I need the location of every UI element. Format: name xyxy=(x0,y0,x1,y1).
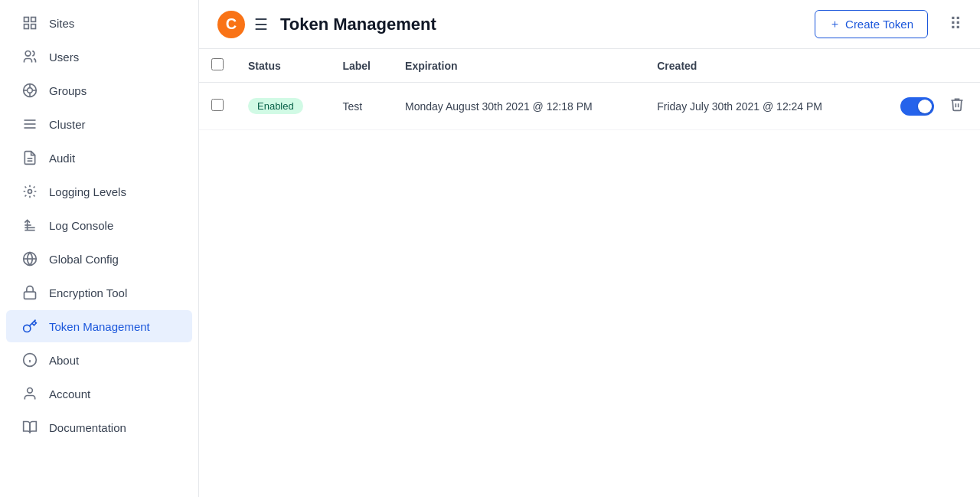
page-title: Token Management xyxy=(280,15,805,34)
sidebar-item-label: Encryption Tool xyxy=(49,286,127,299)
logging-levels-icon xyxy=(21,183,38,200)
header-expiration: Expiration xyxy=(393,49,645,83)
token-toggle[interactable] xyxy=(900,97,934,116)
svg-point-16 xyxy=(28,190,32,194)
svg-rect-0 xyxy=(24,18,29,22)
sidebar-item-label: Log Console xyxy=(49,219,113,232)
sidebar-item-label: Groups xyxy=(49,84,87,97)
created-cell: Friday July 30th 2021 @ 12:24 PM xyxy=(645,83,871,130)
table-container: Status Label Expiration Created Enabled … xyxy=(199,49,980,497)
svg-point-6 xyxy=(28,88,33,93)
app-logo: C xyxy=(217,11,245,38)
create-token-button[interactable]: ＋ Create Token xyxy=(815,10,928,38)
label-cell: Test xyxy=(330,83,393,130)
sidebar-item-cluster[interactable]: Cluster xyxy=(6,108,192,140)
plus-icon: ＋ xyxy=(829,17,841,31)
token-management-icon xyxy=(21,318,38,335)
sidebar-item-label: Sites xyxy=(49,17,74,30)
about-icon xyxy=(21,351,38,368)
table-header-row: Status Label Expiration Created xyxy=(199,49,980,83)
sidebar-item-log-console[interactable]: Log Console xyxy=(6,209,192,241)
topbar: C ☰ Token Management ＋ Create Token ⠿ xyxy=(199,0,980,49)
log-console-icon xyxy=(21,217,38,234)
row-checkbox-cell xyxy=(199,83,236,130)
header-label: Label xyxy=(330,49,393,83)
sidebar-item-label: Account xyxy=(49,387,90,401)
sidebar-item-users[interactable]: Users xyxy=(6,41,192,73)
svg-point-4 xyxy=(25,51,31,57)
header-actions xyxy=(871,49,980,83)
actions-cell xyxy=(871,83,980,130)
status-cell: Enabled xyxy=(236,83,330,130)
main-content: C ☰ Token Management ＋ Create Token ⠿ St… xyxy=(199,0,980,497)
header-status: Status xyxy=(236,49,330,83)
sidebar-item-label: Documentation xyxy=(49,421,126,434)
users-icon xyxy=(21,48,38,65)
select-all-checkbox[interactable] xyxy=(211,58,224,70)
sidebar-item-account[interactable]: Account xyxy=(6,378,192,410)
sidebar: Sites Users Groups Cluster Audit Logging… xyxy=(0,0,199,497)
sidebar-item-groups[interactable]: Groups xyxy=(6,74,192,106)
tokens-table: Status Label Expiration Created Enabled … xyxy=(199,49,980,130)
audit-icon xyxy=(21,149,38,166)
create-token-label: Create Token xyxy=(845,18,913,31)
sidebar-item-label: Global Config xyxy=(49,253,119,266)
sidebar-item-encryption-tool[interactable]: Encryption Tool xyxy=(6,276,192,309)
svg-rect-23 xyxy=(24,292,36,299)
svg-point-24 xyxy=(24,325,31,332)
svg-point-28 xyxy=(28,388,33,394)
sidebar-item-label: About xyxy=(49,354,79,367)
svg-rect-1 xyxy=(31,18,36,22)
svg-rect-2 xyxy=(24,25,29,29)
sidebar-item-label: Cluster xyxy=(49,118,86,131)
table-row: Enabled Test Monday August 30th 2021 @ 1… xyxy=(199,83,980,130)
sidebar-item-global-config[interactable]: Global Config xyxy=(6,243,192,275)
svg-text:C: C xyxy=(226,15,237,32)
expiration-cell: Monday August 30th 2021 @ 12:18 PM xyxy=(393,83,645,130)
delete-icon[interactable] xyxy=(946,93,968,119)
grid-icon[interactable]: ⠿ xyxy=(949,15,962,34)
sidebar-item-label: Audit xyxy=(49,152,75,165)
hamburger-icon[interactable]: ☰ xyxy=(254,15,268,34)
sites-icon xyxy=(21,15,38,31)
sidebar-item-about[interactable]: About xyxy=(6,344,192,376)
sidebar-item-documentation[interactable]: Documentation xyxy=(6,411,192,443)
svg-rect-3 xyxy=(31,25,36,29)
sidebar-item-label: Token Management xyxy=(49,320,150,333)
documentation-icon xyxy=(21,419,38,436)
row-checkbox[interactable] xyxy=(211,99,224,111)
groups-icon xyxy=(21,82,38,99)
sidebar-item-label: Logging Levels xyxy=(49,185,126,198)
sidebar-item-logging-levels[interactable]: Logging Levels xyxy=(6,175,192,208)
status-badge: Enabled xyxy=(248,98,303,114)
header-created: Created xyxy=(645,49,871,83)
header-checkbox-cell xyxy=(199,49,236,83)
sidebar-item-label: Users xyxy=(49,51,79,64)
sidebar-item-audit[interactable]: Audit xyxy=(6,142,192,174)
global-config-icon xyxy=(21,250,38,267)
sidebar-item-token-management[interactable]: Token Management xyxy=(6,310,192,342)
account-icon xyxy=(21,385,38,402)
cluster-icon xyxy=(21,116,38,132)
sidebar-item-sites[interactable]: Sites xyxy=(6,7,192,39)
encryption-tool-icon xyxy=(21,284,38,301)
